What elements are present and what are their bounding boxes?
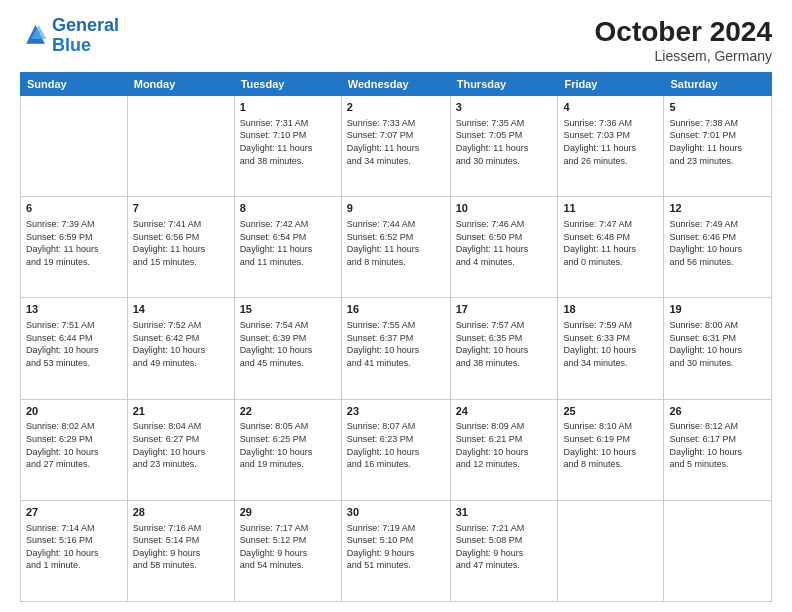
calendar-week-row: 27Sunrise: 7:14 AMSunset: 5:16 PMDayligh… bbox=[21, 500, 772, 601]
day-info: Sunrise: 7:55 AMSunset: 6:37 PMDaylight:… bbox=[347, 319, 445, 369]
col-thursday: Thursday bbox=[450, 73, 558, 96]
day-info: Sunrise: 8:10 AMSunset: 6:19 PMDaylight:… bbox=[563, 420, 658, 470]
day-info: Sunrise: 7:54 AMSunset: 6:39 PMDaylight:… bbox=[240, 319, 336, 369]
day-info: Sunrise: 8:12 AMSunset: 6:17 PMDaylight:… bbox=[669, 420, 766, 470]
day-number: 8 bbox=[240, 201, 336, 216]
table-row: 20Sunrise: 8:02 AMSunset: 6:29 PMDayligh… bbox=[21, 399, 128, 500]
day-info: Sunrise: 7:19 AMSunset: 5:10 PMDaylight:… bbox=[347, 522, 445, 572]
day-info: Sunrise: 7:17 AMSunset: 5:12 PMDaylight:… bbox=[240, 522, 336, 572]
calendar-title: October 2024 bbox=[595, 16, 772, 48]
title-block: October 2024 Liessem, Germany bbox=[595, 16, 772, 64]
day-number: 26 bbox=[669, 404, 766, 419]
table-row bbox=[127, 96, 234, 197]
day-number: 14 bbox=[133, 302, 229, 317]
page: GeneralBlue October 2024 Liessem, German… bbox=[0, 0, 792, 612]
table-row: 12Sunrise: 7:49 AMSunset: 6:46 PMDayligh… bbox=[664, 197, 772, 298]
table-row: 7Sunrise: 7:41 AMSunset: 6:56 PMDaylight… bbox=[127, 197, 234, 298]
table-row: 26Sunrise: 8:12 AMSunset: 6:17 PMDayligh… bbox=[664, 399, 772, 500]
table-row: 22Sunrise: 8:05 AMSunset: 6:25 PMDayligh… bbox=[234, 399, 341, 500]
day-info: Sunrise: 7:16 AMSunset: 5:14 PMDaylight:… bbox=[133, 522, 229, 572]
day-number: 22 bbox=[240, 404, 336, 419]
day-number: 23 bbox=[347, 404, 445, 419]
day-number: 4 bbox=[563, 100, 658, 115]
table-row: 3Sunrise: 7:35 AMSunset: 7:05 PMDaylight… bbox=[450, 96, 558, 197]
table-row: 25Sunrise: 8:10 AMSunset: 6:19 PMDayligh… bbox=[558, 399, 664, 500]
col-tuesday: Tuesday bbox=[234, 73, 341, 96]
day-info: Sunrise: 7:14 AMSunset: 5:16 PMDaylight:… bbox=[26, 522, 122, 572]
day-number: 20 bbox=[26, 404, 122, 419]
table-row: 8Sunrise: 7:42 AMSunset: 6:54 PMDaylight… bbox=[234, 197, 341, 298]
table-row: 16Sunrise: 7:55 AMSunset: 6:37 PMDayligh… bbox=[341, 298, 450, 399]
day-info: Sunrise: 7:49 AMSunset: 6:46 PMDaylight:… bbox=[669, 218, 766, 268]
col-monday: Monday bbox=[127, 73, 234, 96]
day-number: 30 bbox=[347, 505, 445, 520]
calendar-week-row: 1Sunrise: 7:31 AMSunset: 7:10 PMDaylight… bbox=[21, 96, 772, 197]
day-number: 29 bbox=[240, 505, 336, 520]
day-number: 6 bbox=[26, 201, 122, 216]
day-info: Sunrise: 7:36 AMSunset: 7:03 PMDaylight:… bbox=[563, 117, 658, 167]
logo-text: GeneralBlue bbox=[52, 16, 119, 56]
day-info: Sunrise: 7:38 AMSunset: 7:01 PMDaylight:… bbox=[669, 117, 766, 167]
table-row: 13Sunrise: 7:51 AMSunset: 6:44 PMDayligh… bbox=[21, 298, 128, 399]
table-row: 6Sunrise: 7:39 AMSunset: 6:59 PMDaylight… bbox=[21, 197, 128, 298]
calendar-week-row: 13Sunrise: 7:51 AMSunset: 6:44 PMDayligh… bbox=[21, 298, 772, 399]
day-number: 27 bbox=[26, 505, 122, 520]
table-row bbox=[558, 500, 664, 601]
calendar-week-row: 20Sunrise: 8:02 AMSunset: 6:29 PMDayligh… bbox=[21, 399, 772, 500]
day-number: 9 bbox=[347, 201, 445, 216]
day-info: Sunrise: 7:52 AMSunset: 6:42 PMDaylight:… bbox=[133, 319, 229, 369]
day-info: Sunrise: 7:21 AMSunset: 5:08 PMDaylight:… bbox=[456, 522, 553, 572]
col-sunday: Sunday bbox=[21, 73, 128, 96]
day-info: Sunrise: 7:59 AMSunset: 6:33 PMDaylight:… bbox=[563, 319, 658, 369]
table-row: 1Sunrise: 7:31 AMSunset: 7:10 PMDaylight… bbox=[234, 96, 341, 197]
table-row: 24Sunrise: 8:09 AMSunset: 6:21 PMDayligh… bbox=[450, 399, 558, 500]
calendar-subtitle: Liessem, Germany bbox=[595, 48, 772, 64]
day-info: Sunrise: 8:00 AMSunset: 6:31 PMDaylight:… bbox=[669, 319, 766, 369]
col-friday: Friday bbox=[558, 73, 664, 96]
day-info: Sunrise: 7:33 AMSunset: 7:07 PMDaylight:… bbox=[347, 117, 445, 167]
day-number: 3 bbox=[456, 100, 553, 115]
day-info: Sunrise: 7:47 AMSunset: 6:48 PMDaylight:… bbox=[563, 218, 658, 268]
day-number: 25 bbox=[563, 404, 658, 419]
day-number: 5 bbox=[669, 100, 766, 115]
day-number: 19 bbox=[669, 302, 766, 317]
day-info: Sunrise: 8:09 AMSunset: 6:21 PMDaylight:… bbox=[456, 420, 553, 470]
table-row: 4Sunrise: 7:36 AMSunset: 7:03 PMDaylight… bbox=[558, 96, 664, 197]
table-row: 10Sunrise: 7:46 AMSunset: 6:50 PMDayligh… bbox=[450, 197, 558, 298]
table-row: 28Sunrise: 7:16 AMSunset: 5:14 PMDayligh… bbox=[127, 500, 234, 601]
day-info: Sunrise: 7:31 AMSunset: 7:10 PMDaylight:… bbox=[240, 117, 336, 167]
calendar-table: Sunday Monday Tuesday Wednesday Thursday… bbox=[20, 72, 772, 602]
day-number: 15 bbox=[240, 302, 336, 317]
day-number: 16 bbox=[347, 302, 445, 317]
day-number: 31 bbox=[456, 505, 553, 520]
day-number: 2 bbox=[347, 100, 445, 115]
day-info: Sunrise: 7:51 AMSunset: 6:44 PMDaylight:… bbox=[26, 319, 122, 369]
day-info: Sunrise: 7:41 AMSunset: 6:56 PMDaylight:… bbox=[133, 218, 229, 268]
day-info: Sunrise: 8:07 AMSunset: 6:23 PMDaylight:… bbox=[347, 420, 445, 470]
day-number: 24 bbox=[456, 404, 553, 419]
table-row: 30Sunrise: 7:19 AMSunset: 5:10 PMDayligh… bbox=[341, 500, 450, 601]
day-info: Sunrise: 7:57 AMSunset: 6:35 PMDaylight:… bbox=[456, 319, 553, 369]
day-info: Sunrise: 8:04 AMSunset: 6:27 PMDaylight:… bbox=[133, 420, 229, 470]
day-info: Sunrise: 7:39 AMSunset: 6:59 PMDaylight:… bbox=[26, 218, 122, 268]
day-info: Sunrise: 7:46 AMSunset: 6:50 PMDaylight:… bbox=[456, 218, 553, 268]
table-row: 5Sunrise: 7:38 AMSunset: 7:01 PMDaylight… bbox=[664, 96, 772, 197]
logo-icon bbox=[20, 22, 48, 50]
table-row: 9Sunrise: 7:44 AMSunset: 6:52 PMDaylight… bbox=[341, 197, 450, 298]
day-number: 18 bbox=[563, 302, 658, 317]
table-row: 29Sunrise: 7:17 AMSunset: 5:12 PMDayligh… bbox=[234, 500, 341, 601]
day-number: 11 bbox=[563, 201, 658, 216]
table-row: 17Sunrise: 7:57 AMSunset: 6:35 PMDayligh… bbox=[450, 298, 558, 399]
table-row: 31Sunrise: 7:21 AMSunset: 5:08 PMDayligh… bbox=[450, 500, 558, 601]
table-row bbox=[664, 500, 772, 601]
day-number: 7 bbox=[133, 201, 229, 216]
table-row: 11Sunrise: 7:47 AMSunset: 6:48 PMDayligh… bbox=[558, 197, 664, 298]
day-info: Sunrise: 8:05 AMSunset: 6:25 PMDaylight:… bbox=[240, 420, 336, 470]
col-saturday: Saturday bbox=[664, 73, 772, 96]
day-number: 17 bbox=[456, 302, 553, 317]
day-info: Sunrise: 7:44 AMSunset: 6:52 PMDaylight:… bbox=[347, 218, 445, 268]
day-info: Sunrise: 7:42 AMSunset: 6:54 PMDaylight:… bbox=[240, 218, 336, 268]
logo: GeneralBlue bbox=[20, 16, 119, 56]
table-row: 27Sunrise: 7:14 AMSunset: 5:16 PMDayligh… bbox=[21, 500, 128, 601]
table-row: 19Sunrise: 8:00 AMSunset: 6:31 PMDayligh… bbox=[664, 298, 772, 399]
